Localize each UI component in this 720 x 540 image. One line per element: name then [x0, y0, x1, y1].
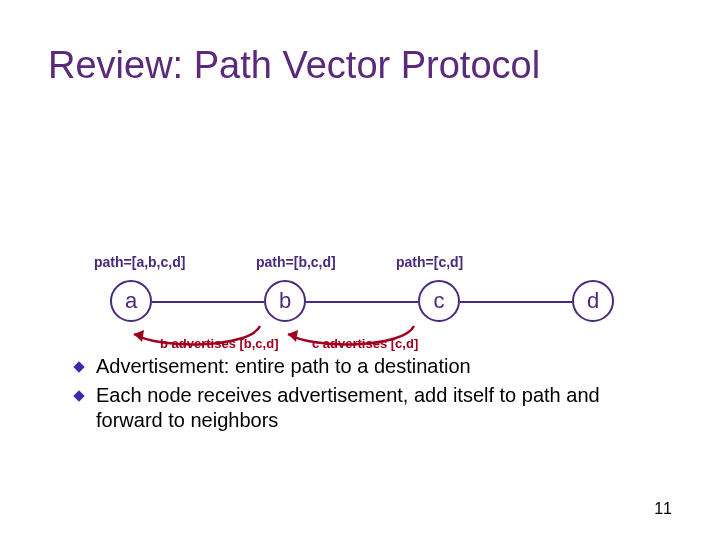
bullet-item: Advertisement: entire path to a destinat…: [70, 354, 670, 379]
path-label-2: path=[b,c,d]: [256, 254, 336, 270]
advert-label-1: b advertises [b,c,d]: [160, 336, 278, 351]
path-label-1: path=[a,b,c,d]: [94, 254, 185, 270]
node-b: b: [264, 280, 306, 322]
edge-c-d: [460, 301, 572, 303]
bullet-text: Each node receives advertisement, add it…: [96, 383, 670, 433]
slide-number: 11: [654, 500, 672, 518]
slide-title: Review: Path Vector Protocol: [48, 44, 540, 87]
bullet-item: Each node receives advertisement, add it…: [70, 383, 670, 433]
svg-rect-1: [73, 390, 84, 401]
svg-rect-0: [73, 361, 84, 372]
path-label-3: path=[c,d]: [396, 254, 463, 270]
bullet-list: Advertisement: entire path to a destinat…: [70, 354, 670, 437]
node-c: c: [418, 280, 460, 322]
node-d: d: [572, 280, 614, 322]
edge-a-b: [152, 301, 264, 303]
diamond-bullet-icon: [70, 389, 88, 403]
bullet-text: Advertisement: entire path to a destinat…: [96, 354, 471, 379]
node-a: a: [110, 280, 152, 322]
advert-label-2: c advertises [c,d]: [312, 336, 418, 351]
diamond-bullet-icon: [70, 360, 88, 374]
edge-b-c: [306, 301, 418, 303]
path-diagram: path=[a,b,c,d] path=[b,c,d] path=[c,d] a…: [80, 250, 640, 370]
